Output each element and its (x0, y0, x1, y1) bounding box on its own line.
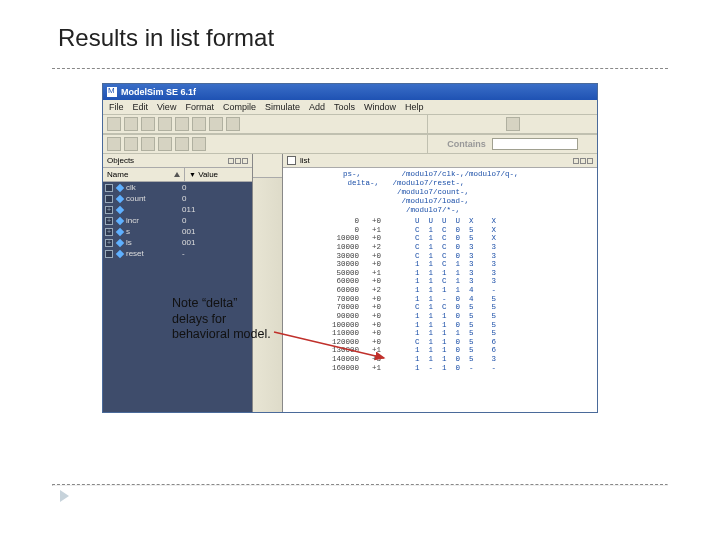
menu-help[interactable]: Help (405, 102, 424, 112)
signal-name: reset (126, 249, 182, 258)
list-panel: list ps-, /modulo7/clk-,/modulo7/q-, del… (283, 154, 597, 412)
expand-icon[interactable]: + (105, 206, 113, 214)
toolbar-icon[interactable] (141, 117, 155, 131)
menu-edit[interactable]: Edit (133, 102, 149, 112)
list-panel-title: list (300, 156, 310, 165)
list-row: 0+0U U U U X X (311, 217, 597, 226)
menubar: File Edit View Format Compile Simulate A… (103, 100, 597, 114)
window-title: ModelSim SE 6.1f (121, 87, 196, 97)
leaf-icon (105, 195, 113, 203)
list-row: 60000+21 1 1 1 4 - (311, 286, 597, 295)
list-row: 160000+11 - 1 0 - - (311, 364, 597, 373)
contains-label: Contains (447, 139, 486, 149)
signal-diamond-icon (116, 227, 124, 235)
leaf-icon (105, 250, 113, 258)
list-row: 30000+0C 1 C 0 3 3 (311, 252, 597, 261)
signal-row[interactable]: count0 (103, 193, 252, 204)
signal-row[interactable]: clk0 (103, 182, 252, 193)
column-name-header[interactable]: Name (107, 170, 128, 179)
expand-icon[interactable]: + (105, 228, 113, 236)
menu-format[interactable]: Format (185, 102, 214, 112)
menu-file[interactable]: File (109, 102, 124, 112)
toolbar-icon[interactable] (124, 117, 138, 131)
toolbar-icon[interactable] (158, 117, 172, 131)
signal-diamond-icon (116, 216, 124, 224)
menu-view[interactable]: View (157, 102, 176, 112)
signal-row[interactable]: +s001 (103, 226, 252, 237)
expand-icon[interactable]: + (105, 239, 113, 247)
panel-controls[interactable] (573, 158, 593, 164)
list-row: 50000+11 1 1 1 3 3 (311, 269, 597, 278)
signal-row[interactable]: +ls001 (103, 237, 252, 248)
signal-diamond-icon (116, 183, 124, 191)
toolbar-icon[interactable] (141, 137, 155, 151)
list-row: 30000+01 1 C 1 3 3 (311, 260, 597, 269)
contains-input[interactable] (492, 138, 578, 150)
toolbar-row-1 (103, 114, 597, 134)
list-row: 10000+0C 1 C 0 5 X (311, 234, 597, 243)
signal-name: s (126, 227, 182, 236)
toolbar-help-area (427, 115, 597, 134)
help-icon[interactable] (506, 117, 520, 131)
list-row: 90000+01 1 1 0 5 5 (311, 312, 597, 321)
signal-name: incr (126, 216, 182, 225)
mid-gutter (253, 154, 283, 412)
signal-name: count (126, 194, 182, 203)
toolbar-icon[interactable] (107, 117, 121, 131)
menu-window[interactable]: Window (364, 102, 396, 112)
signal-name: clk (126, 183, 182, 192)
signal-diamond-icon (116, 194, 124, 202)
list-row: 70000+0C 1 C 0 5 5 (311, 303, 597, 312)
menu-add[interactable]: Add (309, 102, 325, 112)
menu-simulate[interactable]: Simulate (265, 102, 300, 112)
objects-panel: Objects Name ▼ Value clk0count0+011+incr… (103, 154, 253, 412)
modelsim-window: ModelSim SE 6.1f File Edit View Format C… (102, 83, 598, 413)
list-row: 140000+31 1 1 0 5 3 (311, 355, 597, 364)
signal-value: 0 (182, 194, 186, 203)
list-row: 100000+01 1 1 0 5 5 (311, 321, 597, 330)
objects-panel-title: Objects (107, 156, 134, 165)
divider-top (52, 68, 668, 69)
signal-diamond-icon (116, 205, 124, 213)
titlebar: ModelSim SE 6.1f (103, 84, 597, 100)
panel-controls[interactable] (228, 158, 248, 164)
signal-value: 001 (182, 238, 195, 247)
signal-row[interactable]: +011 (103, 204, 252, 215)
list-row: 120000+0C 1 1 0 5 6 (311, 338, 597, 347)
toolbar-icon[interactable] (175, 137, 189, 151)
toolbar-icon[interactable] (192, 117, 206, 131)
toolbar-icon[interactable] (175, 117, 189, 131)
list-row: 0+1C 1 C 0 5 X (311, 226, 597, 235)
signal-diamond-icon (116, 238, 124, 246)
sort-asc-icon (174, 172, 180, 177)
column-value-header[interactable]: Value (198, 170, 218, 179)
list-row: 130000+11 1 1 0 5 6 (311, 346, 597, 355)
delta-annotation: Note “delta” delays for behavioral model… (172, 296, 274, 343)
menu-tools[interactable]: Tools (334, 102, 355, 112)
slide-title: Results in list format (58, 24, 668, 52)
list-column-headers: ps-, /modulo7/clk-,/modulo7/q-, delta-, … (283, 168, 597, 217)
toolbar-icon[interactable] (192, 137, 206, 151)
toolbar-icon[interactable] (107, 137, 121, 151)
sheet-icon (287, 156, 296, 165)
toolbar-icon[interactable] (209, 117, 223, 131)
signal-diamond-icon (116, 249, 124, 257)
toolbar-icon[interactable] (158, 137, 172, 151)
signal-value: - (182, 249, 185, 258)
list-row: 10000+2C 1 C 0 3 3 (311, 243, 597, 252)
signal-row[interactable]: +incr0 (103, 215, 252, 226)
signal-value: 0 (182, 216, 186, 225)
menu-compile[interactable]: Compile (223, 102, 256, 112)
expand-icon[interactable]: + (105, 217, 113, 225)
signal-name: ls (126, 238, 182, 247)
toolbar-icon[interactable] (124, 137, 138, 151)
divider-bottom (52, 484, 668, 486)
signal-value: 0 (182, 183, 186, 192)
list-row: 110000+01 1 1 1 5 5 (311, 329, 597, 338)
toolbar-row-2: Contains (103, 134, 597, 154)
app-logo-icon (107, 87, 117, 97)
bullet-marker-icon (60, 490, 69, 502)
signal-value: 011 (182, 205, 195, 214)
signal-row[interactable]: reset- (103, 248, 252, 259)
toolbar-icon[interactable] (226, 117, 240, 131)
